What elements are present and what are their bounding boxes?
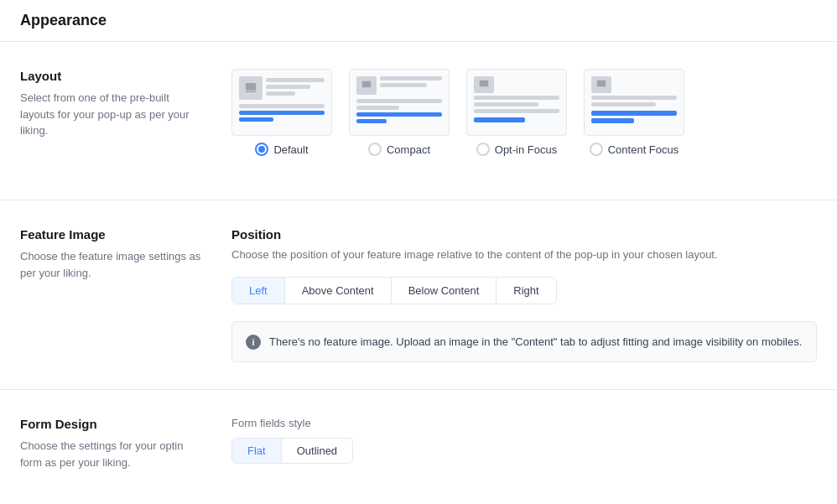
layout-section-left: Layout Select from one of the pre-built … [20, 69, 205, 173]
layout-compact-img [356, 76, 377, 95]
feature-image-description: Choose the feature image settings as per… [20, 248, 205, 281]
layout-label-compact: Compact [387, 143, 430, 156]
layout-section-right: Default [231, 69, 817, 173]
position-heading: Position [231, 227, 817, 242]
layout-preview-optin [466, 69, 567, 136]
layout-card-compact[interactable]: Compact [349, 69, 450, 156]
notice-text: There's no feature image. Upload an imag… [269, 334, 802, 351]
form-design-description: Choose the settings for your optin form … [20, 438, 205, 470]
radio-circle-compact [368, 143, 382, 156]
form-style-btn-group: Flat Outlined [231, 438, 353, 464]
layout-options: Default [231, 69, 817, 156]
feature-image-section: Feature Image Choose the feature image s… [0, 200, 837, 390]
radio-circle-content-focus [590, 143, 603, 156]
layout-preview-compact [349, 69, 450, 136]
page-wrapper: Appearance Layout Select from one of the… [0, 0, 837, 504]
form-fields-style-label: Form fields style [231, 417, 817, 429]
layout-radio-content-focus[interactable]: Content Focus [590, 143, 679, 156]
layout-card-optin[interactable]: Opt-in Focus [466, 69, 567, 156]
feature-image-section-right: Position Choose the position of your fea… [231, 227, 817, 362]
layout-description: Select from one of the pre-built layouts… [20, 90, 205, 139]
page-header: Appearance [0, 0, 837, 42]
layout-content-img [591, 76, 611, 93]
layout-radio-default[interactable]: Default [255, 143, 308, 156]
layout-card-content-focus[interactable]: Content Focus [584, 69, 684, 156]
layout-radio-compact[interactable]: Compact [368, 143, 430, 156]
position-btn-below[interactable]: Below Content [392, 278, 497, 304]
layout-label-default: Default [273, 143, 308, 156]
layout-card-default[interactable]: Default [231, 69, 332, 156]
layout-section: Layout Select from one of the pre-built … [0, 42, 837, 200]
svg-rect-0 [246, 83, 256, 91]
form-design-section-left: Form Design Choose the settings for your… [20, 417, 205, 481]
svg-rect-4 [597, 81, 606, 87]
position-description: Choose the position of your feature imag… [231, 247, 817, 263]
layout-label-content-focus: Content Focus [608, 143, 679, 156]
feature-image-section-left: Feature Image Choose the feature image s… [20, 227, 205, 362]
feature-image-heading: Feature Image [20, 227, 205, 242]
feature-image-notice: i There's no feature image. Upload an im… [231, 321, 817, 363]
layout-radio-optin[interactable]: Opt-in Focus [476, 143, 557, 156]
form-design-section: Form Design Choose the settings for your… [0, 390, 837, 504]
position-btn-above[interactable]: Above Content [285, 278, 392, 304]
form-style-btn-flat[interactable]: Flat [232, 439, 282, 463]
radio-circle-optin [476, 143, 490, 156]
position-btn-right[interactable]: Right [496, 278, 555, 304]
layout-preview-default [231, 69, 332, 136]
layout-preview-content-focus [584, 69, 684, 136]
form-design-section-right: Form fields style Flat Outlined [231, 417, 817, 481]
layout-heading: Layout [20, 69, 205, 83]
position-btn-left[interactable]: Left [232, 278, 285, 304]
info-icon: i [246, 335, 261, 350]
radio-circle-default [255, 143, 268, 156]
page-title: Appearance [20, 12, 817, 29]
form-style-btn-outlined[interactable]: Outlined [282, 439, 352, 463]
layout-label-optin: Opt-in Focus [495, 143, 557, 156]
layout-optin-img [474, 76, 494, 93]
position-btn-group: Left Above Content Below Content Right [231, 277, 557, 304]
svg-rect-3 [480, 81, 489, 87]
svg-rect-2 [362, 81, 372, 88]
layout-img-icon [239, 76, 263, 100]
form-design-heading: Form Design [20, 417, 205, 431]
